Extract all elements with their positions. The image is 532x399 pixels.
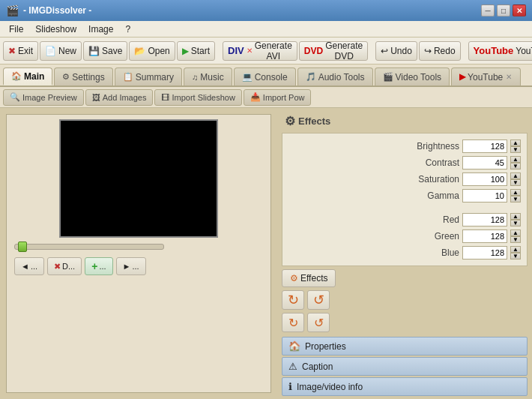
minimize-button[interactable]: ─ bbox=[481, 4, 495, 16]
prev-icon: ◄ bbox=[21, 262, 29, 271]
subtab-add-images[interactable]: 🖼 Add Images bbox=[85, 89, 154, 106]
brightness-input[interactable] bbox=[462, 140, 507, 153]
tab-console[interactable]: 💻 Console bbox=[234, 68, 296, 86]
tab-summary[interactable]: 📋 Summary bbox=[115, 68, 182, 86]
tab-main[interactable]: 🏠 Main bbox=[3, 68, 52, 86]
tab-audio-tools[interactable]: 🎵 Audio Tools bbox=[297, 68, 373, 86]
contrast-up[interactable]: ▲ bbox=[510, 156, 521, 163]
open-button[interactable]: 📂 Open bbox=[129, 41, 175, 61]
saturation-spinner: ▲ ▼ bbox=[510, 172, 521, 186]
green-input[interactable] bbox=[462, 230, 507, 243]
gamma-input[interactable] bbox=[462, 189, 507, 202]
subtab-import-pow[interactable]: 📥 Import Pow bbox=[244, 89, 312, 106]
red-spinner: ▲ ▼ bbox=[510, 213, 521, 226]
tab-youtube[interactable]: ▶ YouTube ✕ bbox=[451, 68, 521, 86]
dvd-icon: DVD bbox=[304, 46, 323, 56]
add-images-icon: 🖼 bbox=[92, 93, 100, 102]
prev-button[interactable]: ◄ ... bbox=[14, 257, 44, 275]
generate-avi-button[interactable]: DIV✕ Generate AVI bbox=[223, 41, 297, 61]
undo-icon: ↩ bbox=[381, 46, 388, 56]
gamma-up[interactable]: ▲ bbox=[510, 189, 521, 196]
close-button[interactable]: ✕ bbox=[513, 4, 526, 16]
flip-v-icon: ↺ bbox=[314, 316, 324, 330]
next-icon: ► bbox=[123, 262, 131, 271]
saturation-down[interactable]: ▼ bbox=[510, 179, 521, 186]
contrast-label: Contrast bbox=[407, 158, 459, 168]
saturation-up[interactable]: ▲ bbox=[510, 172, 521, 179]
effects-button[interactable]: ⚙ Effects bbox=[282, 269, 336, 287]
green-up[interactable]: ▲ bbox=[510, 230, 521, 236]
youtube-button[interactable]: YouTube YouTube bbox=[468, 41, 532, 61]
red-input[interactable] bbox=[462, 213, 507, 226]
contrast-input[interactable] bbox=[462, 156, 507, 170]
save-icon: 💾 bbox=[88, 46, 100, 56]
exit-icon: ✖ bbox=[8, 46, 16, 56]
flip-h-button[interactable]: ↻ bbox=[282, 313, 304, 332]
caption-row[interactable]: ⚠ Caption bbox=[282, 357, 528, 376]
blue-row: Blue ▲ ▼ bbox=[288, 246, 521, 260]
main-tab-icon: 🏠 bbox=[11, 71, 22, 81]
rotate-ccw-button[interactable]: ↺ bbox=[307, 290, 330, 310]
blue-down[interactable]: ▼ bbox=[510, 253, 521, 260]
effects-title: Effects bbox=[298, 116, 330, 127]
image-video-info-row[interactable]: ℹ Image/video info bbox=[282, 377, 528, 396]
menu-image[interactable]: Image bbox=[82, 22, 119, 36]
video-preview bbox=[59, 119, 218, 238]
rotate-ccw-icon: ↺ bbox=[313, 292, 324, 308]
redo-button[interactable]: ↪ Redo bbox=[419, 41, 461, 61]
progress-row bbox=[11, 242, 266, 251]
brightness-down[interactable]: ▼ bbox=[510, 146, 521, 153]
rotate-cw-button[interactable]: ↻ bbox=[282, 290, 304, 310]
undo-button[interactable]: ↩ Undo bbox=[375, 41, 417, 61]
subtab-image-preview[interactable]: 🔍 Image Preview bbox=[3, 89, 84, 106]
toolbar: ✖ Exit 📄 New 💾 Save 📂 Open ▶ Start DIV✕ … bbox=[0, 38, 532, 64]
preview-area: ◄ ... ✖ D... + ... ► ... bbox=[6, 114, 271, 393]
exit-button[interactable]: ✖ Exit bbox=[3, 41, 38, 61]
progress-slider[interactable] bbox=[14, 244, 164, 250]
console-tab-icon: 💻 bbox=[242, 72, 253, 82]
menu-slideshow[interactable]: Slideshow bbox=[29, 22, 82, 36]
gamma-down[interactable]: ▼ bbox=[510, 196, 521, 202]
subtab-import-slideshow[interactable]: 🎞 Import Slideshow bbox=[154, 89, 241, 106]
tab-music[interactable]: ♫ Music bbox=[184, 68, 232, 86]
tab-settings[interactable]: ⚙ Settings bbox=[54, 68, 112, 86]
red-down[interactable]: ▼ bbox=[510, 220, 521, 226]
progress-thumb[interactable] bbox=[18, 242, 27, 252]
new-button[interactable]: 📄 New bbox=[40, 41, 82, 61]
contrast-down[interactable]: ▼ bbox=[510, 163, 521, 170]
start-button[interactable]: ▶ Start bbox=[177, 41, 215, 61]
add-button[interactable]: + ... bbox=[85, 257, 112, 275]
save-button[interactable]: 💾 Save bbox=[83, 41, 127, 61]
summary-tab-icon: 📋 bbox=[123, 72, 133, 82]
blue-up[interactable]: ▲ bbox=[510, 246, 521, 253]
youtube-tab-close[interactable]: ✕ bbox=[505, 73, 513, 81]
divx-icon: DIV bbox=[228, 45, 244, 56]
import-slideshow-icon: 🎞 bbox=[161, 93, 169, 102]
blue-label: Blue bbox=[407, 248, 459, 258]
red-up[interactable]: ▲ bbox=[510, 213, 521, 220]
maximize-button[interactable]: □ bbox=[497, 4, 510, 16]
settings-tab-icon: ⚙ bbox=[62, 72, 70, 82]
contrast-row: Contrast ▲ ▼ bbox=[288, 156, 521, 170]
blue-input[interactable] bbox=[462, 246, 507, 260]
tab-video-tools[interactable]: 🎬 Video Tools bbox=[375, 68, 450, 86]
add-icon: + bbox=[91, 260, 97, 272]
green-label: Green bbox=[407, 231, 459, 242]
generate-dvd-button[interactable]: DVD Generate DVD bbox=[299, 41, 368, 61]
brightness-up[interactable]: ▲ bbox=[510, 140, 521, 146]
delete-button[interactable]: ✖ D... bbox=[47, 257, 82, 275]
properties-row[interactable]: 🏠 Properties bbox=[282, 337, 528, 356]
menu-file[interactable]: File bbox=[3, 22, 29, 36]
saturation-input[interactable] bbox=[462, 172, 507, 186]
flip-v-button[interactable]: ↺ bbox=[307, 313, 330, 332]
blue-spinner: ▲ ▼ bbox=[510, 246, 521, 260]
green-down[interactable]: ▼ bbox=[510, 236, 521, 243]
youtube-icon: YouTube bbox=[474, 45, 514, 56]
icon-btns-row2: ↻ ↺ bbox=[282, 313, 528, 332]
video-tools-tab-icon: 🎬 bbox=[383, 72, 393, 82]
tabs-bar: 🏠 Main ⚙ Settings 📋 Summary ♫ Music 💻 Co… bbox=[0, 64, 532, 87]
app-title: - IMGDissolver - bbox=[23, 5, 91, 16]
effects-header: ⚙ Effects bbox=[282, 112, 528, 130]
menu-help[interactable]: ? bbox=[119, 22, 136, 36]
next-button[interactable]: ► ... bbox=[116, 257, 146, 275]
